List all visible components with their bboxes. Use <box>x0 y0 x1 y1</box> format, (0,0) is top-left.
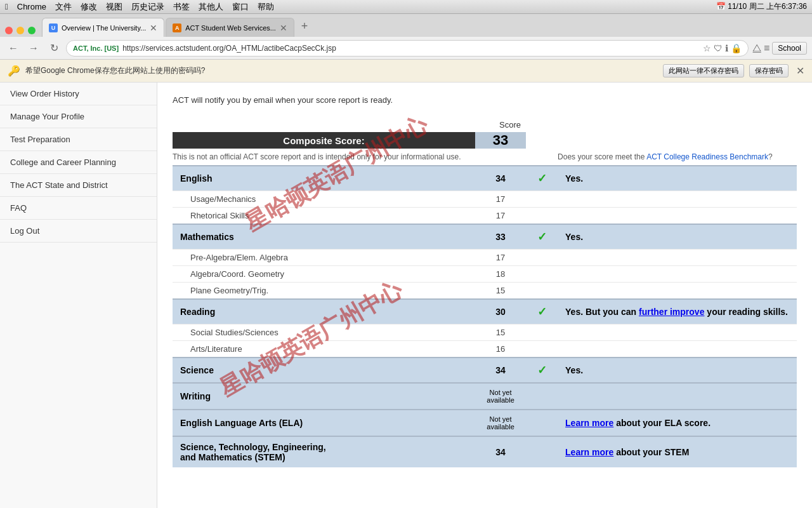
reading-sub-1-score: 15 <box>475 324 526 341</box>
reading-sub-2: Arts/Literature 16 <box>173 341 797 358</box>
reading-score: 30 <box>475 299 526 324</box>
benchmark-link[interactable]: ACT College Readiness Benchmark <box>646 152 768 161</box>
sidebar-item-test-preparation[interactable]: Test Preparation <box>0 128 157 151</box>
new-tab-btn[interactable]: + <box>296 18 313 34</box>
sidebar-item-faq[interactable]: FAQ <box>0 197 157 220</box>
main-content: 星哈顿英语广州中心 星哈顿英语广州中心 ACT will notify you … <box>157 83 812 508</box>
url-text: https://services.actstudent.org/OA_HTML/… <box>122 44 699 53</box>
back-btn[interactable]: ← <box>5 40 22 57</box>
english-sub-1: Usage/Mechanics 17 <box>173 191 797 208</box>
tab-bar: U Overview | The University... ✕ A ACT S… <box>0 14 812 37</box>
writing-check <box>526 383 558 410</box>
url-bar[interactable]: ACT, Inc. [US] https://services.actstude… <box>66 40 749 57</box>
password-bar-close[interactable]: ✕ <box>796 65 804 77</box>
tab-close-1[interactable]: ✕ <box>150 23 157 33</box>
score-col-header: Score <box>475 117 526 132</box>
math-sub-3-score: 15 <box>475 283 526 300</box>
english-sub-1-label: Usage/Mechanics <box>173 191 475 208</box>
password-bar: 🔑 希望Google Chrome保存您在此网站上使用的密码吗? 此网站一律不保… <box>0 60 812 83</box>
password-prompt-text: 希望Google Chrome保存您在此网站上使用的密码吗? <box>25 65 658 76</box>
section-mathematics: Mathematics 33 ✓ Yes. <box>173 224 797 250</box>
sidebar-item-logout[interactable]: Log Out <box>0 220 157 243</box>
math-sub-2-label: Algebra/Coord. Geometry <box>173 266 475 283</box>
bookmark-icon[interactable]: ☆ <box>703 43 711 53</box>
stem-meet-text: Learn more about your STEM <box>558 436 797 467</box>
school-button[interactable]: School <box>772 42 807 55</box>
english-sub-2-score: 17 <box>475 208 526 225</box>
writing-label: Writing <box>173 383 475 410</box>
section-stem: Science, Technology, Engineering,and Mat… <box>173 436 797 467</box>
math-score: 33 <box>475 224 526 250</box>
ela-score: Not yetavailable <box>475 410 526 436</box>
history-menu[interactable]: 历史记录 <box>131 1 164 13</box>
no-save-password-btn[interactable]: 此网站一律不保存密码 <box>663 64 744 77</box>
math-sub-1-label: Pre-Algebra/Elem. Algebra <box>173 250 475 266</box>
page-content: View Order History Manage Your Profile T… <box>0 83 812 508</box>
forward-btn[interactable]: → <box>25 40 42 57</box>
sidebar-item-act-state[interactable]: The ACT State and District <box>0 174 157 197</box>
notify-text: ACT will notify you by email when your s… <box>173 95 797 105</box>
people-menu[interactable]: 其他人 <box>199 1 223 13</box>
english-score: 34 <box>475 166 526 191</box>
math-sub-1: Pre-Algebra/Elem. Algebra 17 <box>173 250 797 266</box>
security-label: ACT, Inc. [US] <box>73 44 119 52</box>
science-check: ✓ <box>526 358 558 383</box>
math-sub-3: Plane Geometry/Trig. 15 <box>173 283 797 300</box>
english-meet-text: Yes. <box>558 166 797 191</box>
reading-sub-2-label: Arts/Literature <box>173 341 475 358</box>
edit-menu[interactable]: 修改 <box>81 1 97 13</box>
tab-act[interactable]: A ACT Student Web Services... ✕ <box>166 18 294 37</box>
chrome-menu[interactable]: Chrome <box>17 2 46 11</box>
menu-icon[interactable]: ≡ <box>764 43 769 54</box>
ext-icon-1[interactable]: 🛡 <box>714 43 723 53</box>
stem-learn-more-link[interactable]: Learn more <box>565 447 613 457</box>
minimize-window-btn[interactable] <box>16 27 24 34</box>
save-password-btn[interactable]: 保存密码 <box>749 64 789 77</box>
sidebar-item-manage-profile[interactable]: Manage Your Profile <box>0 105 157 128</box>
help-menu[interactable]: 帮助 <box>258 1 274 13</box>
english-sub-2: Rhetorical Skills 17 <box>173 208 797 225</box>
tab-close-2[interactable]: ✕ <box>280 23 287 33</box>
apple-menu[interactable]:  <box>5 2 8 11</box>
sidebar-item-college-career[interactable]: College and Career Planning <box>0 151 157 174</box>
browser-window: U Overview | The University... ✕ A ACT S… <box>0 14 812 83</box>
math-meet-text: Yes. <box>558 224 797 250</box>
sidebar: View Order History Manage Your Profile T… <box>0 83 157 508</box>
file-menu[interactable]: 文件 <box>55 1 72 13</box>
ela-check <box>526 410 558 436</box>
composite-row: Composite Score: 33 <box>173 132 797 149</box>
info-text-3: ? <box>768 152 773 161</box>
english-sub-1-score: 17 <box>475 191 526 208</box>
further-improve-link[interactable]: further improve <box>639 307 704 317</box>
stem-score: 34 <box>475 436 526 467</box>
ext-icon-2[interactable]: ℹ <box>725 43 728 53</box>
writing-meet-text <box>558 383 797 410</box>
tab-overview[interactable]: U Overview | The University... ✕ <box>42 18 164 37</box>
composite-label: Composite Score: <box>173 132 475 149</box>
reload-btn[interactable]: ↻ <box>46 40 62 57</box>
extensions-icon[interactable]: ⧋ <box>752 43 761 54</box>
sidebar-item-view-order-history[interactable]: View Order History <box>0 83 157 105</box>
maximize-window-btn[interactable] <box>28 27 36 34</box>
ela-learn-more-link[interactable]: Learn more <box>565 418 613 428</box>
stem-label: Science, Technology, Engineering,and Mat… <box>173 436 475 467</box>
score-header-row: Score <box>173 117 797 132</box>
writing-score: Not yetavailable <box>475 383 526 410</box>
info-text-right: Does your score meet the ACT College Rea… <box>558 149 797 166</box>
reading-label: Reading <box>173 299 475 324</box>
science-meet-text: Yes. <box>558 358 797 383</box>
stem-check <box>526 436 558 467</box>
section-ela: English Language Arts (ELA) Not yetavail… <box>173 410 797 436</box>
mac-menubar:  Chrome 文件 修改 视图 历史记录 书签 其他人 窗口 帮助 📅 11… <box>0 0 812 14</box>
close-window-btn[interactable] <box>5 27 13 34</box>
reading-sub-1-label: Social Studies/Sciences <box>173 324 475 341</box>
view-menu[interactable]: 视图 <box>106 1 122 13</box>
math-sub-2-score: 18 <box>475 266 526 283</box>
menubar-right: 📅 11/10 周二 上午6:37:36 <box>716 1 807 12</box>
bookmarks-menu[interactable]: 书签 <box>173 1 190 13</box>
toolbar-right: ⧋ ≡ School <box>752 42 807 55</box>
ela-meet-text: Learn more about your ELA score. <box>558 410 797 436</box>
window-menu[interactable]: 窗口 <box>232 1 249 13</box>
math-sub-1-score: 17 <box>475 250 526 266</box>
ext-icon-3[interactable]: 🔒 <box>731 43 742 53</box>
